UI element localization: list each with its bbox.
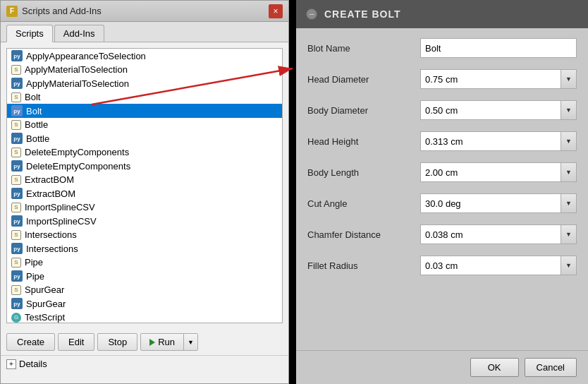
input-head-diameter[interactable] xyxy=(420,69,561,89)
input-chamfer-distance[interactable] xyxy=(420,224,561,244)
item-name: ApplyMaterialToSelection xyxy=(25,64,128,75)
close-button[interactable]: × xyxy=(269,4,283,18)
list-item[interactable]: S DeleteEmptyComponents xyxy=(7,145,282,159)
input-blot-name[interactable] xyxy=(420,38,577,58)
icon-g: G xyxy=(11,313,21,323)
scripts-list[interactable]: py ApplyAppearanceToSelection S ApplyMat… xyxy=(7,49,282,323)
list-item[interactable]: py Pipe xyxy=(7,269,282,283)
dropdown-body-length[interactable]: ▼ xyxy=(561,162,577,182)
scripts-list-container: py ApplyAppearanceToSelection S ApplyMat… xyxy=(6,48,283,323)
list-item[interactable]: S Pipe xyxy=(7,256,282,269)
run-icon xyxy=(149,339,155,346)
form-row-chamfer-distance: Chamfer Distance ▼ xyxy=(307,222,577,247)
item-name: SpurGear xyxy=(25,284,64,295)
label-body-diameter: Body Diameter xyxy=(307,105,420,116)
ok-button[interactable]: OK xyxy=(470,358,519,377)
list-item[interactable]: S ApplyMaterialToSelection xyxy=(7,63,282,76)
title-left: F Scripts and Add-Ins xyxy=(6,6,102,17)
form-row-blot-name: Blot Name xyxy=(307,35,577,61)
list-item-bolt-selected[interactable]: py Bolt xyxy=(7,104,282,118)
item-name: ExtractBOM xyxy=(26,188,75,199)
list-item[interactable]: S ExtractBOM xyxy=(7,173,282,186)
list-item[interactable]: S Intersections xyxy=(7,228,282,241)
list-item[interactable]: G TestScript xyxy=(7,311,282,323)
label-blot-name: Blot Name xyxy=(307,43,420,54)
icon-py: py xyxy=(11,298,23,309)
dropdown-head-height[interactable]: ▼ xyxy=(561,131,577,151)
dialog-titlebar: F Scripts and Add-Ins × xyxy=(1,1,288,22)
bottom-buttons: Create Edit Stop Run ▼ xyxy=(1,329,288,355)
list-item[interactable]: py DeleteEmptyComponents xyxy=(7,159,282,173)
form-row-head-height: Head Height ▼ xyxy=(307,128,577,154)
list-item[interactable]: py ApplyMaterialToSelection xyxy=(7,76,282,90)
create-button[interactable]: Create xyxy=(6,333,55,351)
panel-title: CREATE BOLT xyxy=(324,8,400,20)
input-cut-angle[interactable] xyxy=(420,193,561,213)
list-item[interactable]: py ExtractBOM xyxy=(7,186,282,200)
list-item[interactable]: S Bottle xyxy=(7,118,282,131)
icon-script: S xyxy=(11,120,21,130)
run-main-button[interactable]: Run xyxy=(141,334,184,350)
form-row-fillet-radius: Fillet Radius ▼ xyxy=(307,253,577,278)
panel-header: − CREATE BOLT xyxy=(296,0,588,28)
dropdown-head-diameter[interactable]: ▼ xyxy=(561,69,577,89)
list-item[interactable]: py Intersections xyxy=(7,241,282,256)
item-name: ApplyAppearanceToSelection xyxy=(26,51,146,61)
icon-script: S xyxy=(11,148,21,157)
dropdown-body-diameter[interactable]: ▼ xyxy=(561,100,577,120)
form-row-cut-angle: Cut Angle ▼ xyxy=(307,191,577,216)
tab-addins[interactable]: Add-Ins xyxy=(54,25,104,42)
item-name: Pipe xyxy=(26,271,44,282)
item-name: Intersections xyxy=(25,229,77,240)
dropdown-cut-angle[interactable]: ▼ xyxy=(561,193,577,213)
list-item[interactable]: S ImportSplineCSV xyxy=(7,200,282,214)
list-item[interactable]: S SpurGear xyxy=(7,283,282,296)
dropdown-fillet-radius[interactable]: ▼ xyxy=(561,256,577,275)
icon-py: py xyxy=(11,105,23,116)
details-row: + Details xyxy=(1,355,288,372)
collapse-icon[interactable]: − xyxy=(306,8,317,20)
icon-script: S xyxy=(11,65,21,75)
input-group-chamfer-distance: ▼ xyxy=(420,224,577,244)
item-name: Bottle xyxy=(26,133,49,144)
cancel-button[interactable]: Cancel xyxy=(525,358,577,377)
stop-button[interactable]: Stop xyxy=(97,333,137,351)
input-group-fillet-radius: ▼ xyxy=(420,256,577,275)
icon-py: py xyxy=(11,78,23,89)
app-icon: F xyxy=(6,6,18,17)
icon-py: py xyxy=(11,133,23,144)
input-group-head-diameter: ▼ xyxy=(420,69,577,89)
tab-scripts[interactable]: Scripts xyxy=(6,25,53,42)
icon-py: py xyxy=(11,215,23,227)
dropdown-chamfer-distance[interactable]: ▼ xyxy=(561,224,577,244)
label-fillet-radius: Fillet Radius xyxy=(307,260,420,271)
input-body-length[interactable] xyxy=(420,162,561,182)
item-name: Pipe xyxy=(25,257,43,268)
icon-py: py xyxy=(11,188,23,199)
input-body-diameter[interactable] xyxy=(420,100,561,120)
list-item[interactable]: py SpurGear xyxy=(7,296,282,311)
input-group-body-diameter: ▼ xyxy=(420,100,577,120)
icon-script: S xyxy=(11,230,21,240)
list-item[interactable]: py ImportSplineCSV xyxy=(7,214,282,228)
list-item[interactable]: py Bottle xyxy=(7,131,282,145)
tabs-bar: Scripts Add-Ins xyxy=(1,22,288,42)
item-name: ApplyMaterialToSelection xyxy=(26,78,129,89)
input-head-height[interactable] xyxy=(420,131,561,151)
run-dropdown-arrow[interactable]: ▼ xyxy=(184,334,197,350)
form-row-head-diameter: Head Diameter ▼ xyxy=(307,66,577,92)
input-fillet-radius[interactable] xyxy=(420,256,561,275)
icon-py: py xyxy=(11,270,23,282)
details-expand-icon[interactable]: + xyxy=(6,359,16,369)
icon-script: S xyxy=(11,175,21,185)
run-button-group[interactable]: Run ▼ xyxy=(140,333,198,351)
edit-button[interactable]: Edit xyxy=(58,333,94,351)
input-group-cut-angle: ▼ xyxy=(420,193,577,213)
details-label: Details xyxy=(19,359,47,369)
item-name: ExtractBOM xyxy=(25,174,74,185)
list-item[interactable]: py ApplyAppearanceToSelection xyxy=(7,49,282,63)
item-name: Bolt xyxy=(25,92,40,102)
list-item[interactable]: S Bolt xyxy=(7,90,282,104)
panel-footer: OK Cancel xyxy=(296,350,588,384)
label-head-height: Head Height xyxy=(307,136,420,147)
